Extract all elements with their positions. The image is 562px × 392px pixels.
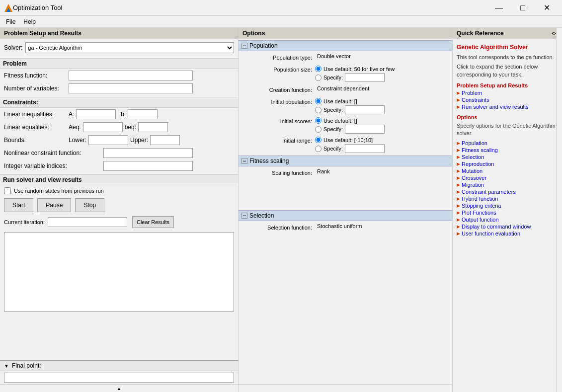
arrow-icon-selection: ▶ [457, 155, 460, 159]
population-section-header: − Population [239, 40, 452, 51]
init-range-radio-group: Use default: [-10;10] Specify: [315, 137, 385, 153]
init-pop-specify-input[interactable] [345, 105, 385, 114]
variables-label: Number of variables: [4, 85, 69, 92]
mid-panel: Options − Population Population type: Do… [239, 28, 453, 392]
init-scores-default-label: Use default: [] [323, 118, 357, 124]
qr-link-mutation[interactable]: ▶Mutation [457, 167, 558, 174]
qr-link-constraints[interactable]: ▶Constraints [457, 96, 558, 103]
linear-ineq-label: Linear inequalities: [4, 111, 69, 118]
arrow-icon-migration: ▶ [457, 182, 460, 187]
maximize-button[interactable]: □ [511, 0, 534, 16]
bounds-row: Bounds: Lower: Upper: [0, 134, 238, 147]
fitness-input[interactable] [69, 71, 193, 80]
qr-link-crossover[interactable]: ▶Crossover [457, 174, 558, 181]
population-collapse-icon[interactable]: − [241, 43, 247, 49]
nonlinear-input[interactable] [103, 148, 193, 158]
linear-eq-label: Linear equalities: [4, 124, 69, 131]
close-button[interactable]: ✕ [535, 0, 558, 16]
stop-button[interactable]: Stop [75, 198, 104, 212]
menu-help[interactable]: Help [19, 17, 40, 26]
qr-link-migration[interactable]: ▶Migration [457, 181, 558, 188]
init-range-specify-input[interactable] [345, 144, 385, 153]
arrow-icon-display-cmd: ▶ [457, 224, 460, 229]
init-pop-label: Initial population: [242, 98, 312, 105]
solver-select[interactable]: ga - Genetic Algorithm [25, 42, 234, 53]
init-scores-default-row: Use default: [] [315, 117, 385, 124]
left-scroll[interactable]: Solver: ga - Genetic Algorithm Problem F… [0, 39, 238, 360]
pop-type-value: Double vector [315, 53, 355, 63]
menu-file[interactable]: File [2, 17, 19, 26]
results-area[interactable] [4, 232, 234, 312]
selection-collapse-icon[interactable]: − [241, 213, 247, 219]
down-arrow-icon: ▼ [4, 363, 9, 369]
selection-fn-value: Stochastic uniform [315, 223, 364, 233]
solver-row: Solver: ga - Genetic Algorithm [0, 39, 238, 56]
qr-link-plot-functions[interactable]: ▶Plot Functions [457, 209, 558, 216]
pop-size-specify-input[interactable] [345, 73, 385, 82]
pop-size-specify-row: Specify: [315, 73, 395, 82]
selection-section: − Selection Selection function: Stochast… [239, 210, 452, 234]
mid-scroll[interactable]: − Population Population type: Double vec… [239, 39, 452, 384]
linear-ineq-row: Linear inequalities: A: b: [0, 108, 238, 121]
run-buttons-row: Start Pause Stop [0, 196, 238, 214]
right-panel-scrollbar[interactable] [556, 28, 562, 392]
init-range-specify-radio[interactable] [315, 146, 321, 152]
init-pop-row: Initial population: Use default: [] Spec… [239, 96, 452, 116]
nonlinear-row: Nonlinear constraint function: [0, 147, 238, 159]
pop-size-specify-radio[interactable] [315, 75, 321, 81]
init-range-default-radio[interactable] [315, 137, 321, 143]
init-pop-default-label: Use default: [] [323, 98, 357, 104]
lower-input[interactable] [88, 135, 128, 145]
qr-link-stopping-criteria[interactable]: ▶Stopping criteria [457, 202, 558, 209]
qr-link-fitness-scaling[interactable]: ▶Fitness scaling [457, 147, 558, 154]
qr-link-display-cmd[interactable]: ▶Display to command window [457, 223, 558, 230]
qr-link-output-function[interactable]: ▶Output function [457, 216, 558, 223]
minimize-button[interactable]: — [487, 0, 510, 16]
start-button[interactable]: Start [4, 198, 33, 212]
init-pop-specify-radio[interactable] [315, 107, 321, 113]
random-states-checkbox[interactable] [4, 187, 11, 194]
variables-input[interactable] [69, 83, 193, 93]
beq-input[interactable] [138, 122, 168, 132]
init-scores-specify-label: Specify: [323, 126, 343, 132]
init-scores-specify-radio[interactable] [315, 126, 321, 133]
right-panel: Quick Reference << Genetic Algorithm Sol… [453, 28, 562, 392]
mid-horizontal-scrollbar[interactable] [239, 384, 452, 392]
fitness-scaling-section: − Fitness scaling Scaling function: Rank [239, 156, 452, 209]
scaling-fn-row: Scaling function: Rank [239, 166, 452, 179]
qr-link-selection[interactable]: ▶Selection [457, 154, 558, 160]
init-range-default-label: Use default: [-10;10] [323, 137, 373, 143]
init-scores-specify-input[interactable] [345, 125, 385, 134]
pause-button[interactable]: Pause [37, 198, 71, 212]
arrow-icon-run-solver: ▶ [457, 104, 460, 109]
pop-size-default-radio[interactable] [315, 66, 321, 72]
qr-link-problem[interactable]: ▶Problem [457, 89, 558, 96]
qr-link-run-solver[interactable]: ▶Run solver and view results [457, 103, 558, 110]
arrow-icon-fitness-scaling: ▶ [457, 148, 460, 153]
current-iter-label: Current iteration: [4, 219, 45, 225]
init-scores-radio-group: Use default: [] Specify: [315, 117, 385, 134]
mid-hscroll-inner[interactable] [239, 385, 452, 392]
arrow-icon-hybrid-function: ▶ [457, 196, 460, 201]
fitness-scaling-collapse-icon[interactable]: − [241, 158, 247, 164]
final-point-input[interactable] [4, 373, 234, 383]
qr-link-hybrid-function[interactable]: ▶Hybrid function [457, 195, 558, 202]
qr-desc1: This tool corresponds to the ga function… [457, 54, 558, 61]
b-input[interactable] [128, 109, 158, 119]
qr-desc2: Click to expand the section below corres… [457, 63, 558, 78]
qr-link-population[interactable]: ▶Population [457, 140, 558, 147]
qr-link-reproduction[interactable]: ▶Reproduction [457, 160, 558, 167]
upper-input[interactable] [150, 135, 180, 145]
pop-size-default-label: Use default: 50 for five or few [323, 66, 395, 72]
qr-link-constraint-params[interactable]: ▶Constraint parameters [457, 188, 558, 195]
integer-input[interactable] [103, 161, 193, 171]
init-pop-default-radio[interactable] [315, 98, 321, 104]
current-iter-input[interactable] [48, 217, 127, 227]
init-scores-default-radio[interactable] [315, 117, 321, 124]
clear-results-button[interactable]: Clear Results [132, 216, 174, 228]
creation-fn-row: Creation function: Constraint dependent [239, 83, 452, 96]
arrow-icon-crossover: ▶ [457, 175, 460, 180]
aeq-input[interactable] [83, 122, 123, 132]
a-input[interactable] [76, 109, 116, 119]
qr-link-user-function[interactable]: ▶User function evaluation [457, 230, 558, 237]
